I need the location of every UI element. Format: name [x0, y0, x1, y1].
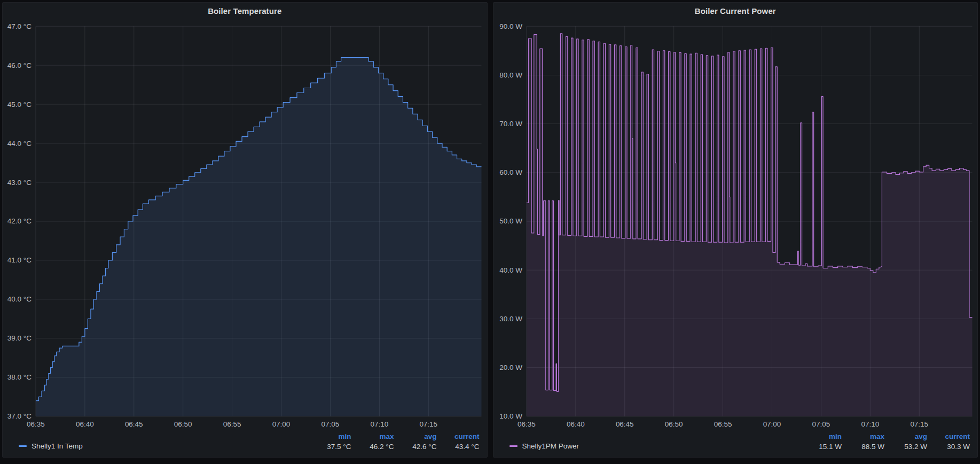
stat-current: current 43.4 °C: [446, 431, 480, 452]
svg-text:45.0 °C: 45.0 °C: [7, 100, 32, 109]
legend-stats: min 15.1 W max 88.5 W avg 53.2 W current…: [809, 431, 970, 452]
stat-header-current[interactable]: current: [945, 431, 970, 442]
stat-header-min[interactable]: min: [829, 431, 842, 442]
svg-text:60.0 W: 60.0 W: [499, 168, 522, 176]
stat-value-min: 15.1 W: [819, 442, 842, 452]
stat-value-current: 43.4 °C: [455, 442, 479, 452]
svg-text:43.0 °C: 43.0 °C: [7, 179, 32, 187]
svg-text:39.0 °C: 39.0 °C: [7, 334, 32, 342]
panel-header: Boiler Current Power: [493, 3, 978, 19]
svg-text:40.0 °C: 40.0 °C: [7, 295, 32, 303]
panel-header: Boiler Temperature: [3, 3, 487, 19]
svg-text:41.0 °C: 41.0 °C: [7, 256, 32, 264]
stat-min: min 37.5 °C: [318, 431, 351, 452]
stat-header-current[interactable]: current: [454, 431, 480, 442]
dashboard: Boiler Temperature 37.0 °C38.0 °C39.0 °C…: [0, 0, 980, 460]
svg-text:06:50: 06:50: [174, 420, 192, 428]
series-color-dash-icon: [509, 445, 518, 447]
power-plot-area: 10.0 W20.0 W30.0 W40.0 W50.0 W60.0 W70.0…: [493, 19, 978, 430]
svg-text:50.0 W: 50.0 W: [499, 218, 522, 226]
svg-text:06:55: 06:55: [714, 420, 732, 428]
svg-text:07:10: 07:10: [370, 420, 388, 428]
svg-text:37.0 °C: 37.0 °C: [7, 412, 32, 420]
series-label: Shelly1 In Temp: [32, 441, 83, 451]
legend-stats: min 37.5 °C max 46.2 °C avg 42.6 °C curr…: [318, 431, 480, 452]
svg-text:07:15: 07:15: [419, 420, 437, 428]
stat-min: min 15.1 W: [809, 431, 842, 452]
panel-title[interactable]: Boiler Temperature: [208, 6, 281, 16]
stat-header-max[interactable]: max: [870, 431, 884, 442]
temperature-plot-area: 37.0 °C38.0 °C39.0 °C40.0 °C41.0 °C42.0 …: [3, 19, 487, 430]
svg-text:46.0 °C: 46.0 °C: [7, 61, 32, 69]
svg-text:07:10: 07:10: [861, 420, 879, 428]
stat-value-min: 37.5 °C: [327, 442, 351, 452]
temperature-legend: Shelly1 In Temp min 37.5 °C max 46.2 °C …: [3, 430, 487, 457]
svg-text:47.0 °C: 47.0 °C: [7, 22, 32, 30]
legend-series-power[interactable]: Shelly1PM Power: [509, 441, 579, 452]
temperature-chart-canvas[interactable]: 37.0 °C38.0 °C39.0 °C40.0 °C41.0 °C42.0 …: [3, 19, 487, 430]
svg-text:10.0 W: 10.0 W: [499, 412, 522, 420]
svg-text:44.0 °C: 44.0 °C: [7, 140, 32, 148]
svg-text:06:50: 06:50: [664, 420, 683, 428]
svg-text:80.0 W: 80.0 W: [499, 71, 522, 79]
svg-text:06:45: 06:45: [125, 420, 143, 428]
svg-text:07:00: 07:00: [272, 420, 291, 428]
stat-header-avg[interactable]: avg: [915, 431, 927, 442]
svg-text:30.0 W: 30.0 W: [499, 315, 522, 323]
svg-text:06:40: 06:40: [567, 420, 585, 428]
stat-max: max 88.5 W: [851, 431, 884, 452]
series-color-dash-icon: [19, 445, 27, 447]
svg-text:40.0 W: 40.0 W: [499, 266, 522, 274]
panel-boiler-temperature: Boiler Temperature 37.0 °C38.0 °C39.0 °C…: [2, 2, 488, 458]
svg-text:42.0 °C: 42.0 °C: [7, 218, 32, 226]
svg-text:06:35: 06:35: [27, 420, 45, 428]
stat-header-min[interactable]: min: [338, 431, 351, 442]
stat-max: max 46.2 °C: [361, 431, 394, 452]
stat-value-current: 30.3 W: [947, 442, 970, 452]
stat-value-max: 88.5 W: [861, 442, 884, 452]
stat-avg: avg 42.6 °C: [404, 431, 437, 452]
panel-title[interactable]: Boiler Current Power: [695, 6, 776, 16]
svg-text:07:05: 07:05: [812, 420, 830, 428]
svg-text:06:55: 06:55: [223, 420, 241, 428]
svg-text:06:40: 06:40: [76, 420, 94, 428]
stat-value-max: 46.2 °C: [370, 442, 394, 452]
power-chart-canvas[interactable]: 10.0 W20.0 W30.0 W40.0 W50.0 W60.0 W70.0…: [493, 19, 978, 430]
series-label: Shelly1PM Power: [522, 441, 579, 451]
svg-text:06:35: 06:35: [518, 420, 536, 428]
svg-text:38.0 °C: 38.0 °C: [7, 373, 32, 381]
panel-boiler-current-power: Boiler Current Power 10.0 W20.0 W30.0 W4…: [493, 2, 978, 458]
stat-header-max[interactable]: max: [379, 431, 394, 442]
svg-text:70.0 W: 70.0 W: [499, 120, 522, 128]
svg-text:07:15: 07:15: [910, 420, 928, 428]
legend-series-temperature[interactable]: Shelly1 In Temp: [19, 441, 83, 452]
stat-header-avg[interactable]: avg: [424, 431, 436, 442]
stat-value-avg: 53.2 W: [904, 442, 927, 452]
svg-text:07:00: 07:00: [763, 420, 781, 428]
svg-text:07:05: 07:05: [322, 420, 340, 428]
stat-avg: avg 53.2 W: [894, 431, 927, 452]
svg-text:20.0 W: 20.0 W: [499, 364, 522, 372]
stat-current: current 30.3 W: [937, 431, 970, 452]
svg-text:90.0 W: 90.0 W: [499, 22, 522, 30]
stat-value-avg: 42.6 °C: [412, 442, 436, 452]
svg-text:06:45: 06:45: [615, 420, 633, 428]
power-legend: Shelly1PM Power min 15.1 W max 88.5 W av…: [493, 430, 978, 457]
